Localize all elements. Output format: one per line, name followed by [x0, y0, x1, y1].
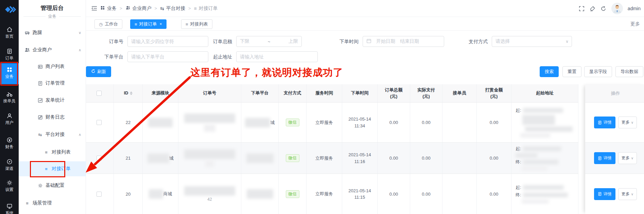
cell-taker	[442, 143, 477, 174]
redacted-blur	[184, 113, 235, 123]
sidebar-item-base-config[interactable]: 基础配置	[19, 179, 86, 192]
column-header-id[interactable]: ID	[114, 84, 143, 102]
close-icon[interactable]: ×	[160, 22, 162, 26]
app-logo[interactable]	[2, 3, 17, 16]
pay-tag: 微信	[286, 190, 299, 198]
detail-button[interactable]: 详情	[594, 117, 615, 128]
rail-item-business[interactable]: 业务	[0, 63, 19, 84]
home-icon	[6, 26, 13, 33]
rail-item-label: 业务	[5, 74, 14, 79]
detail-button[interactable]: 详情	[594, 188, 615, 200]
people-icon	[24, 47, 30, 53]
rail-item-finance[interactable]: 财务	[0, 137, 19, 150]
table-row[interactable]: 22 城 微信 立即服务 2021-05-1411:34 0.00 0.00 0…	[84, 103, 578, 143]
sidebar-item-dock-orders[interactable]: ≡ 对接订单	[19, 161, 86, 176]
theme-skin-icon[interactable]	[590, 5, 596, 12]
sidebar-item-order-management[interactable]: 订单管理	[19, 77, 86, 89]
export-button[interactable]: 导出数据	[615, 66, 643, 77]
fullscreen-icon[interactable]	[579, 5, 585, 12]
table-row[interactable]: 21 城 微信 立即服务 2021-05-1411:16 0.00 0.00 0…	[84, 143, 578, 174]
table-row[interactable]: 20 商城 42 微信 立即服务 2021-05-1411:15 0.00 0.…	[84, 174, 578, 214]
tab-label: 对接订单	[139, 21, 157, 27]
row-checkbox[interactable]	[97, 192, 102, 197]
detail-button[interactable]: 详情	[594, 152, 615, 164]
rail-item-label: 渠道	[5, 166, 14, 172]
rail-item-orders[interactable]: 订单	[0, 48, 19, 61]
cell-platform: 城	[241, 103, 279, 142]
compass-icon	[6, 159, 13, 165]
swap-arrows-icon: ⇆	[37, 132, 43, 137]
username[interactable]: admin	[628, 6, 641, 11]
platform-input[interactable]	[127, 51, 208, 62]
gear-icon	[37, 183, 43, 188]
cell-order-no: 42	[178, 174, 241, 214]
cell-id: 22	[114, 103, 143, 142]
sidebar-item-label: 企业商户	[33, 47, 52, 53]
sidebar-item-merchant-list[interactable]: 商户列表	[19, 60, 86, 73]
more-button[interactable]: 更多∨	[618, 152, 637, 164]
order-no-input[interactable]	[127, 36, 208, 47]
select-all-checkbox[interactable]	[97, 91, 102, 96]
page-title: 管理后台	[19, 4, 86, 12]
sidebar-item-platform-dock[interactable]: ⇆ 平台对接 ∧	[19, 128, 86, 141]
column-header-ops: 操作	[585, 84, 644, 103]
reset-button[interactable]: 重置	[562, 66, 581, 77]
rail-item-channels[interactable]: 渠道	[0, 159, 19, 172]
annotation-text: 这里有订单了，就说明对接成功了	[190, 66, 343, 79]
tab-workbench[interactable]: ◷ 工作台	[94, 19, 122, 29]
pay-method-select[interactable]: 请选择 ∨	[492, 36, 572, 47]
row-checkbox[interactable]	[97, 120, 102, 125]
range-separator: ~	[268, 39, 271, 44]
list-icon: ≡	[43, 166, 49, 172]
tabs-more-button[interactable]: 更多	[630, 21, 640, 27]
breadcrumb-item-business[interactable]: 业务	[100, 5, 117, 12]
rail-item-home[interactable]: 首页	[0, 26, 19, 39]
tab-dock-orders[interactable]: ≡ 对接订单 ×	[130, 19, 167, 29]
column-header-address: 起始地址	[511, 84, 578, 102]
rail-item-users[interactable]: 用户	[0, 113, 19, 126]
cell-pay: 微信	[279, 174, 307, 214]
breadcrumb-separator: >	[120, 6, 122, 11]
sidebar-item-label: 财务日志	[46, 114, 65, 120]
column-header-source: 来源模块	[143, 84, 178, 102]
rail-item-settings[interactable]: 设置	[0, 180, 19, 193]
main-content: 业务 > 企业商户 > ⇆ 平台对接 > ≡ 对接订单	[86, 0, 644, 214]
gear-icon	[6, 180, 13, 186]
rail-item-couriers[interactable]: 接单员	[0, 91, 19, 104]
table-scroll-gutter[interactable]	[578, 84, 585, 214]
breadcrumb-item-platform-dock[interactable]: ⇆ 平台对接	[160, 5, 185, 12]
collapse-sidebar-icon[interactable]	[91, 5, 97, 12]
breadcrumb-item-dock-orders: ≡ 对接订单	[194, 5, 218, 12]
cell-address: 起: 终:	[511, 174, 578, 214]
rail-item-label: 订单	[5, 55, 14, 61]
search-button[interactable]: 搜索	[540, 66, 559, 77]
redacted-blur	[245, 118, 270, 127]
sidebar-item-dispatch-stats[interactable]: 发单统计	[19, 94, 86, 106]
sidebar-item-errand[interactable]: 跑腿 ∨	[19, 26, 86, 39]
breadcrumb-item-merchants[interactable]: 企业商户	[125, 5, 152, 12]
redacted-blur	[516, 153, 537, 158]
pay-tag: 微信	[286, 154, 299, 162]
sidebar-item-scene-management[interactable]: ≡ 场景管理	[19, 197, 86, 209]
row-checkbox[interactable]	[97, 156, 102, 161]
rail-item-system[interactable]: 系统	[0, 203, 19, 214]
top-navbar: 业务 > 企业商户 > ⇆ 平台对接 > ≡ 对接订单	[86, 0, 644, 17]
address-input[interactable]	[236, 51, 318, 62]
sidebar-item-dock-list[interactable]: ≡ 对接列表	[19, 146, 86, 158]
tab-dock-list[interactable]: ≡ 对接列表	[181, 19, 212, 29]
avatar[interactable]	[611, 3, 623, 14]
sidebar-item-merchants[interactable]: 企业商户 ∧	[19, 44, 86, 56]
cell-taker	[442, 103, 477, 142]
sort-icon[interactable]	[130, 91, 133, 95]
more-button[interactable]: 更多∨	[618, 117, 637, 128]
end-date-placeholder: 结束日期	[400, 38, 419, 44]
order-total-range-input[interactable]: 下限 ~ 上限	[236, 36, 302, 47]
refresh-icon[interactable]	[601, 5, 607, 12]
refresh-button[interactable]: 刷新	[86, 66, 111, 77]
more-button[interactable]: 更多∨	[618, 188, 637, 200]
redacted-blur	[204, 124, 215, 132]
order-time-range-picker[interactable]: 开始日期 结束日期	[363, 36, 444, 47]
show-fields-button[interactable]: 显示字段	[584, 66, 612, 77]
sidebar-item-finance-log[interactable]: 财务日志	[19, 111, 86, 123]
sidebar-section-label: 业务	[19, 14, 86, 19]
